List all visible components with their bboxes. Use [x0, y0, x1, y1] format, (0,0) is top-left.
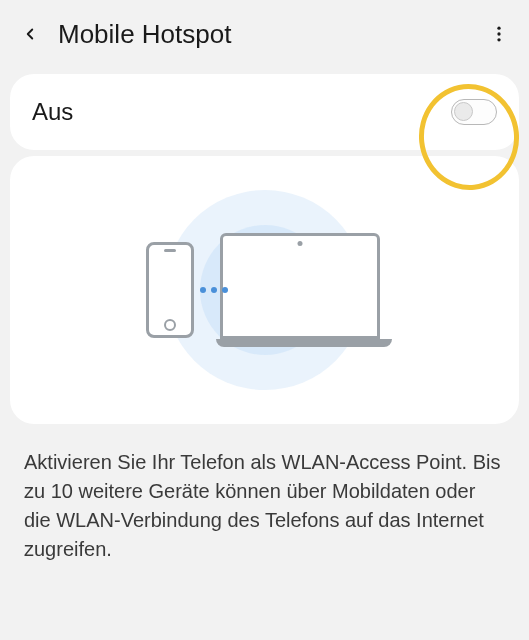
hotspot-toggle-row: Aus — [32, 98, 497, 126]
toggle-knob — [454, 102, 473, 121]
hotspot-toggle-card: Aus — [10, 74, 519, 150]
illustration-card — [10, 156, 519, 424]
more-options-icon[interactable] — [485, 20, 513, 48]
back-icon[interactable] — [16, 20, 44, 48]
laptop-icon — [216, 233, 384, 347]
page-title: Mobile Hotspot — [58, 19, 485, 50]
devices-illustration — [146, 233, 384, 347]
hotspot-toggle-switch[interactable] — [451, 99, 497, 125]
hotspot-state-label: Aus — [32, 98, 73, 126]
phone-icon — [146, 242, 194, 338]
svg-point-2 — [497, 38, 500, 41]
connection-dots-icon — [200, 287, 228, 293]
svg-point-1 — [497, 32, 500, 35]
hotspot-description: Aktivieren Sie Ihr Telefon als WLAN-Acce… — [0, 430, 529, 582]
svg-point-0 — [497, 27, 500, 30]
header-bar: Mobile Hotspot — [0, 0, 529, 68]
